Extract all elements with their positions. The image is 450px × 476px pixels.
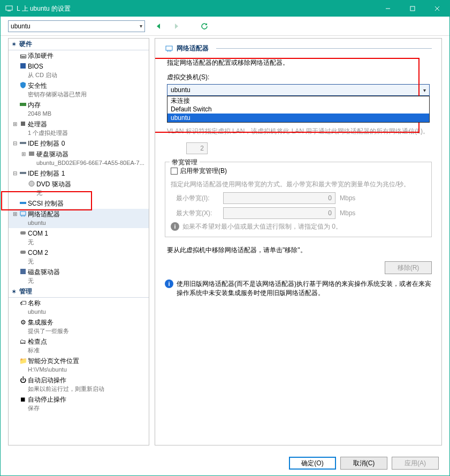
folder-icon: 📁 — [18, 357, 28, 365]
cancel-button[interactable]: 取消(C) — [340, 457, 387, 470]
bandwidth-legend: 带宽管理 — [170, 158, 200, 167]
hardware-section: ✶硬件 — [9, 39, 149, 50]
detail-panel: 网络适配器 指定网络适配器的配置或移除网络适配器。 虚拟交换机(S): ubun… — [155, 38, 442, 445]
svg-rect-13 — [29, 152, 34, 156]
svg-rect-17 — [20, 211, 26, 215]
svg-point-15 — [29, 181, 34, 186]
nav-fwd-button[interactable] — [172, 21, 181, 31]
close-button[interactable] — [425, 1, 449, 17]
refresh-button[interactable] — [200, 21, 209, 31]
apply-button: 应用(A) — [392, 457, 439, 470]
svg-rect-21 — [20, 231, 26, 235]
checkpoint-icon: 🗂 — [18, 337, 28, 346]
panel-desc: 指定网络适配器的配置或移除网络适配器。 — [167, 58, 432, 67]
chevron-down-icon: ▾ — [140, 23, 142, 29]
svg-marker-6 — [157, 24, 160, 29]
svg-rect-16 — [20, 202, 26, 204]
nic-icon — [18, 210, 28, 217]
toolbar: ubuntu ▾ — [1, 17, 449, 36]
controller-icon — [18, 169, 28, 177]
info-icon: i — [171, 222, 179, 231]
floppy-icon — [18, 268, 28, 275]
add-hardware-item[interactable]: 🖴添加硬件 — [9, 50, 149, 61]
scsi-item[interactable]: SCSI 控制器 — [9, 198, 149, 209]
cpu-item[interactable]: ⊞处理器1 个虚拟处理器 — [9, 119, 149, 138]
vm-icon — [5, 4, 13, 13]
add-icon: 🖴 — [18, 51, 28, 60]
vswitch-option[interactable]: ubuntu — [167, 114, 429, 122]
com1-item[interactable]: COM 1无 — [9, 228, 149, 247]
power-icon: ⏻ — [18, 376, 28, 384]
security-item[interactable]: 安全性密钥存储驱动器已禁用 — [9, 80, 149, 100]
serial-icon — [18, 229, 28, 237]
ide1-item[interactable]: ⊟IDE 控制器 1 — [9, 168, 149, 179]
settings-tree[interactable]: ✶硬件 🖴添加硬件 BIOS从 CD 启动 安全性密钥存储驱动器已禁用 内存20… — [8, 38, 149, 445]
floppy-item[interactable]: 磁盘驱动器无 — [9, 267, 149, 286]
min-bw-label: 最小带宽(I): — [176, 194, 219, 203]
bandwidth-group: 带宽管理 启用带宽管理(B) 指定此网络适配器使用网络带宽的方式。最小带宽和最大… — [165, 162, 432, 237]
checkpoint-item[interactable]: 🗂检查点标准 — [9, 336, 149, 356]
vm-selector-value: ubuntu — [11, 22, 30, 30]
vswitch-list: 未连接 Default Switch ubuntu — [167, 96, 430, 123]
minimize-button[interactable] — [376, 1, 400, 17]
bios-item[interactable]: BIOS从 CD 启动 — [9, 61, 149, 80]
legacy-info: 使用旧版网络适配器(而不是该网络适配器)执行基于网络的来宾操作系统安装，或者在来… — [177, 279, 432, 298]
svg-rect-10 — [20, 103, 26, 106]
vlan-id-input: 2 — [186, 142, 208, 154]
svg-rect-23 — [20, 269, 26, 274]
svg-rect-3 — [410, 6, 415, 11]
vswitch-current[interactable]: ubuntu ▾ — [167, 84, 430, 96]
svg-rect-0 — [6, 6, 12, 10]
window-title: L 上 ubuntu 的设置 — [17, 4, 376, 13]
vswitch-value: ubuntu — [171, 86, 190, 94]
svg-rect-11 — [21, 122, 25, 126]
vswitch-label: 虚拟交换机(S): — [167, 73, 432, 82]
vm-selector[interactable]: ubuntu ▾ — [8, 20, 145, 32]
gear-icon: ⚙ — [18, 318, 28, 327]
bandwidth-info: 如果不希望对最小值或最大值进行限制，请指定值为 0。 — [182, 222, 342, 231]
shield-icon — [18, 81, 28, 89]
chevron-down-icon: ▾ — [423, 87, 426, 93]
remove-desc: 要从此虚拟机中移除网络适配器，请单击"移除"。 — [167, 246, 430, 255]
svg-rect-1 — [7, 11, 11, 11]
max-bw-input: 0 — [223, 207, 335, 219]
bandwidth-enable-row[interactable]: 启用带宽管理(B) — [171, 167, 426, 176]
checkbox-icon[interactable] — [171, 168, 178, 175]
disc-icon — [27, 180, 36, 187]
bandwidth-desc: 指定此网络适配器使用网络带宽的方式。最小带宽和最大带宽的测量单位为兆位/秒。 — [171, 180, 426, 189]
hdd-icon — [27, 150, 36, 157]
titlebar: L 上 ubuntu 的设置 — [1, 1, 449, 17]
chip-icon — [18, 62, 28, 70]
vswitch-dropdown[interactable]: ubuntu ▾ 未连接 Default Switch ubuntu — [167, 84, 430, 96]
svg-rect-12 — [20, 142, 26, 144]
ide0-item[interactable]: ⊟IDE 控制器 0 — [9, 138, 149, 149]
vlan-desc: VLAN 标识符指定虚拟 LAN，该虚拟机将此 LAN 用于通过此网络适配器的所… — [167, 127, 430, 136]
nav-back-button[interactable] — [154, 21, 163, 31]
vswitch-option[interactable]: Default Switch — [167, 105, 429, 114]
autostop-item[interactable]: ⏹自动停止操作保存 — [9, 394, 149, 413]
hdd-item[interactable]: ⊞硬盘驱动器ubuntu_BD02EF96-66E7-4A55-80EA-7..… — [9, 149, 149, 168]
min-bw-input: 0 — [223, 192, 335, 204]
stop-icon: ⏹ — [18, 395, 28, 404]
svg-rect-22 — [20, 251, 26, 254]
cpu-icon — [18, 120, 28, 127]
remove-button: 移除(R) — [385, 261, 432, 274]
pagefile-item[interactable]: 📁智能分页文件位置H:\VMs\ubuntu — [9, 356, 149, 375]
serial-icon — [18, 248, 28, 256]
tag-icon: 🏷 — [18, 299, 28, 307]
services-item[interactable]: ⚙集成服务提供了一些服务 — [9, 317, 149, 336]
com2-item[interactable]: COM 2无 — [9, 247, 149, 267]
settings-window: L 上 ubuntu 的设置 ubuntu ▾ ✶硬件 🖴添加硬件 BIOS从 … — [0, 0, 450, 476]
name-item[interactable]: 🏷名称ubuntu — [9, 298, 149, 317]
ok-button[interactable]: 确定(O) — [289, 457, 336, 470]
info-icon: i — [165, 279, 173, 288]
controller-icon — [18, 139, 28, 147]
maximize-button[interactable] — [400, 1, 425, 17]
dvd-item[interactable]: DVD 驱动器无 — [9, 179, 149, 198]
nic-item[interactable]: ⊞网络适配器ubuntu — [9, 209, 149, 228]
memory-item[interactable]: 内存2048 MB — [9, 100, 149, 119]
svg-rect-9 — [20, 63, 26, 69]
autostart-item[interactable]: ⏻自动启动操作如果以前运行过，则重新启动 — [9, 375, 149, 394]
mgmt-section: ✶管理 — [9, 286, 149, 298]
vswitch-option[interactable]: 未连接 — [167, 96, 429, 105]
